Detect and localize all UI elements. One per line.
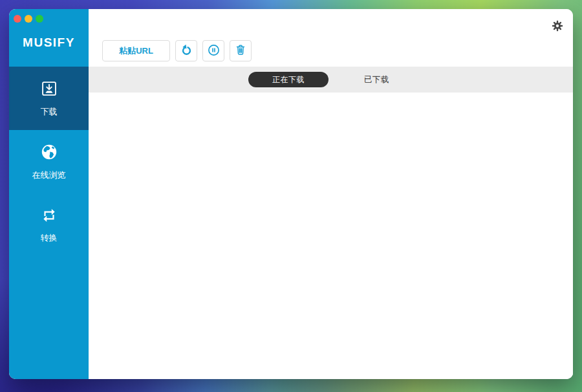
settings-button[interactable] (550, 19, 565, 34)
delete-button[interactable] (230, 40, 252, 61)
sidebar-item-download[interactable]: 下载 (9, 67, 89, 130)
tab-downloaded[interactable]: 已下载 (356, 67, 397, 93)
download-tray-icon (40, 80, 58, 98)
sidebar-item-label: 在线浏览 (32, 169, 66, 181)
sidebar-nav: 下载 在线浏览 (9, 67, 89, 257)
download-tab-strip: 正在下载 已下载 (89, 67, 573, 93)
close-button[interactable] (14, 15, 21, 23)
convert-loop-icon (41, 207, 58, 224)
toolbar: 粘贴URL (89, 9, 573, 67)
sidebar-item-browse-online[interactable]: 在线浏览 (9, 130, 89, 193)
download-list-empty-area (89, 93, 573, 379)
tab-downloading[interactable]: 正在下载 (248, 72, 329, 87)
retry-button[interactable] (175, 40, 197, 61)
pause-button[interactable] (202, 40, 224, 61)
trash-icon (234, 43, 247, 58)
minimize-button[interactable] (25, 15, 32, 23)
globe-icon (40, 143, 58, 161)
paste-url-button[interactable]: 粘贴URL (102, 40, 170, 61)
rotate-ccw-icon (180, 43, 193, 59)
sidebar-item-convert[interactable]: 转换 (9, 193, 89, 257)
gear-icon (551, 25, 564, 34)
traffic-lights (14, 15, 43, 23)
app-logo: MUSIFY (23, 36, 75, 50)
zoom-button[interactable] (36, 15, 43, 23)
sidebar-item-label: 转换 (41, 232, 58, 244)
sidebar: MUSIFY 下载 (9, 9, 89, 379)
app-window: MUSIFY 下载 (9, 9, 573, 379)
main-area: 粘贴URL (89, 9, 573, 379)
sidebar-item-label: 下载 (41, 106, 58, 118)
pause-circle-icon (207, 43, 221, 59)
